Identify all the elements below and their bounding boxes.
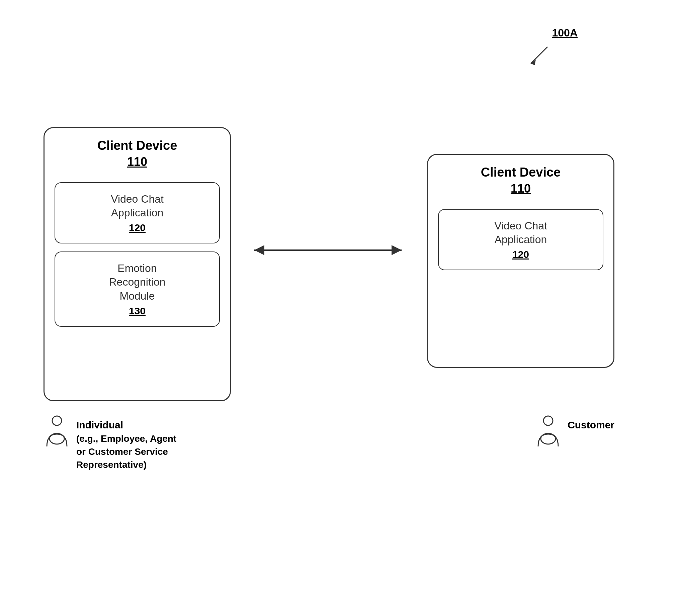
diagram: 100A Client Device 110 Video ChatApplica… (0, 0, 678, 616)
svg-point-6 (49, 434, 64, 444)
client-device-right: Client Device 110 Video ChatApplication … (427, 154, 614, 368)
emotion-number: 130 (62, 305, 213, 317)
left-device-number: 110 (127, 155, 147, 169)
left-video-chat-box: Video ChatApplication 120 (54, 182, 220, 243)
left-device-title: Client Device (98, 138, 177, 154)
bidirectional-arrow (234, 240, 422, 260)
right-video-chat-box: Video ChatApplication 120 (438, 209, 603, 270)
customer-label: Customer (568, 418, 614, 432)
svg-marker-3 (254, 245, 264, 255)
person-left: Individual (e.g., Employee, Agentor Cust… (43, 415, 176, 471)
right-device-title: Client Device (481, 165, 561, 180)
right-video-chat-number: 120 (445, 249, 596, 260)
emotion-recognition-box: EmotionRecognitionModule 130 (54, 251, 220, 327)
svg-marker-4 (391, 245, 402, 255)
person-right: Customer (535, 415, 614, 448)
svg-point-8 (541, 434, 556, 444)
left-video-chat-number: 120 (62, 222, 213, 234)
right-video-chat-title: Video ChatApplication (445, 219, 596, 247)
label-100a-text: 100A (552, 27, 578, 39)
emotion-title: EmotionRecognitionModule (62, 261, 213, 303)
left-video-chat-title: Video ChatApplication (62, 192, 213, 220)
right-device-number: 110 (511, 181, 531, 196)
svg-point-5 (52, 416, 62, 425)
svg-point-7 (543, 416, 553, 425)
diagram-label: 100A (552, 27, 578, 39)
individual-label: Individual (e.g., Employee, Agentor Cust… (76, 415, 176, 471)
client-device-left: Client Device 110 Video ChatApplication … (43, 127, 231, 401)
customer-icon (535, 415, 562, 448)
arrow-100a-icon (524, 43, 554, 75)
individual-icon (43, 415, 70, 448)
individual-sublabel: (e.g., Employee, Agentor Customer Servic… (76, 432, 176, 471)
svg-line-0 (531, 47, 548, 64)
